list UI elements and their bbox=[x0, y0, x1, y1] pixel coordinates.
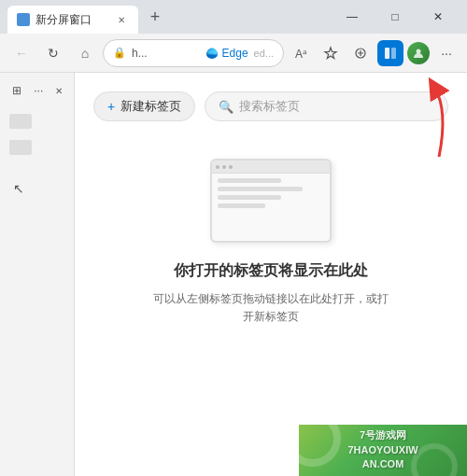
new-tab-bar-button[interactable]: + 新建标签页 bbox=[93, 91, 195, 121]
mockup-line-4 bbox=[218, 203, 265, 208]
navigation-bar: ← ↻ ⌂ 🔒 h... bbox=[0, 34, 467, 73]
back-button[interactable]: ← bbox=[7, 39, 35, 67]
tab-close-button[interactable]: ✕ bbox=[114, 12, 129, 27]
tab-area: 新分屏窗口 ✕ + bbox=[7, 0, 325, 34]
tab-favicon bbox=[17, 13, 30, 26]
mockup-line-1 bbox=[218, 178, 281, 183]
main-content: ⊞ ··· ✕ ↖ + 新建标签页 bbox=[0, 73, 467, 476]
read-aloud-button[interactable]: Aᵃ bbox=[288, 40, 314, 66]
search-icon: 🔍 bbox=[219, 100, 234, 114]
edge-logo-icon bbox=[205, 46, 219, 61]
sidebar-tab-item-1[interactable] bbox=[4, 110, 70, 133]
address-text: h... bbox=[132, 47, 199, 60]
mockup-dot-3 bbox=[229, 165, 233, 169]
mockup-line-2 bbox=[218, 187, 303, 191]
mockup-line-3 bbox=[218, 195, 281, 200]
search-tabs-bar[interactable]: 🔍 搜索标签页 bbox=[205, 91, 448, 121]
address-extra: ed... bbox=[254, 48, 274, 59]
address-bar[interactable]: 🔒 h... Edge e bbox=[103, 39, 284, 67]
plus-icon: + bbox=[107, 99, 115, 114]
read-aloud-icon: Aᵃ bbox=[293, 46, 308, 61]
sidebar-header: ⊞ ··· ✕ bbox=[4, 78, 70, 103]
svg-rect-4 bbox=[391, 48, 396, 59]
arrow-annotation bbox=[355, 73, 467, 175]
svg-rect-3 bbox=[385, 48, 389, 59]
split-screen-icon bbox=[384, 47, 397, 60]
close-button[interactable]: ✕ bbox=[417, 0, 460, 34]
split-screen-button[interactable] bbox=[377, 40, 403, 66]
active-tab[interactable]: 新分屏窗口 ✕ bbox=[7, 6, 138, 34]
favorites-button[interactable] bbox=[318, 40, 344, 66]
sidebar-expand-button[interactable]: ⊞ bbox=[7, 80, 26, 101]
sidebar-tab-thumbnail-2 bbox=[9, 140, 32, 155]
favorites-icon bbox=[323, 46, 338, 61]
mockup-body bbox=[212, 174, 330, 241]
sidebar-more-button[interactable]: ··· bbox=[30, 80, 49, 101]
search-tabs-placeholder: 搜索标签页 bbox=[239, 98, 300, 115]
empty-state-subtitle: 可以从左侧标签页拖动链接以在此处打开，或打开新标签页 bbox=[149, 290, 392, 326]
svg-text:Aᵃ: Aᵃ bbox=[295, 48, 307, 61]
collections-button[interactable] bbox=[347, 40, 374, 66]
watermark-circle-1 bbox=[299, 425, 341, 467]
edge-badge: Edge bbox=[205, 46, 248, 61]
mockup-dot-1 bbox=[216, 165, 219, 169]
cursor-indicator: ↖ bbox=[4, 181, 70, 196]
empty-state-illustration bbox=[210, 159, 332, 243]
watermark: 7号游戏网 7HAOYOUXIW AN.COM bbox=[299, 425, 467, 476]
collections-icon bbox=[353, 46, 368, 61]
window-controls: — □ ✕ bbox=[331, 0, 460, 34]
mockup-titlebar bbox=[212, 161, 330, 174]
svg-point-5 bbox=[417, 49, 421, 53]
sidebar-tab-item-2[interactable] bbox=[4, 136, 70, 159]
watermark-text: 7号游戏网 7HAOYOUXIW AN.COM bbox=[347, 428, 417, 471]
new-tab-bar-label: 新建标签页 bbox=[120, 98, 181, 115]
home-button[interactable]: ⌂ bbox=[71, 39, 99, 67]
maximize-button[interactable]: □ bbox=[374, 0, 417, 34]
minimize-button[interactable]: — bbox=[331, 0, 374, 34]
sidebar-tab-thumbnail-1 bbox=[9, 114, 32, 129]
empty-state-title: 你打开的标签页将显示在此处 bbox=[174, 261, 368, 281]
browser-mockup bbox=[210, 159, 332, 243]
split-top-bar: + 新建标签页 🔍 搜索标签页 bbox=[93, 91, 448, 121]
new-tab-button[interactable]: + bbox=[142, 4, 168, 30]
tab-sidebar: ⊞ ··· ✕ ↖ bbox=[0, 73, 75, 476]
edge-badge-text: Edge bbox=[222, 47, 248, 60]
mockup-dot-2 bbox=[222, 165, 226, 169]
lock-icon: 🔒 bbox=[113, 47, 126, 59]
sidebar-close-button[interactable]: ✕ bbox=[51, 82, 66, 99]
avatar-icon bbox=[412, 47, 425, 60]
reload-button[interactable]: ↻ bbox=[39, 39, 67, 67]
profile-button[interactable] bbox=[407, 42, 430, 64]
split-content-pane: + 新建标签页 🔍 搜索标签页 bbox=[75, 73, 467, 476]
settings-more-button[interactable]: ··· bbox=[433, 40, 460, 66]
tab-title: 新分屏窗口 bbox=[35, 12, 108, 28]
title-bar: 新分屏窗口 ✕ + — □ ✕ bbox=[0, 0, 467, 34]
